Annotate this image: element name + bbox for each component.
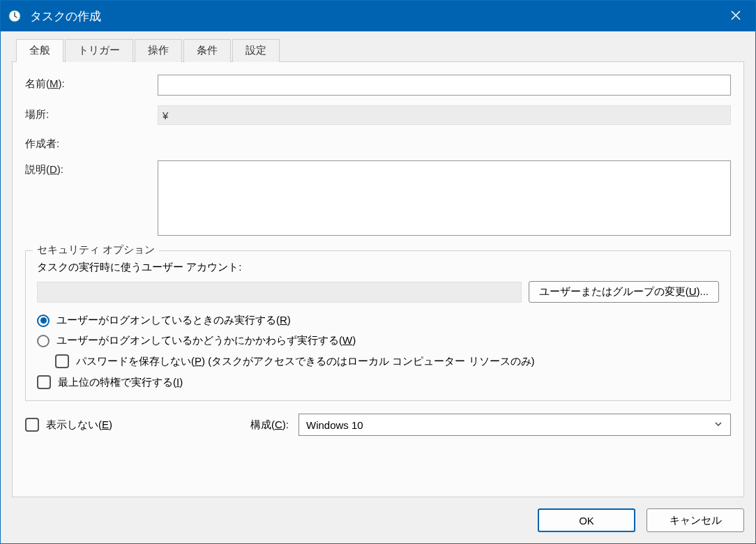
security-options-group: セキュリティ オプション タスクの実行時に使うユーザー アカウント: ユーザーま… xyxy=(25,250,731,401)
tab-condition[interactable]: 条件 xyxy=(183,39,231,62)
bottom-options-row: 表示しない(E) 構成(C): Windows 10 xyxy=(25,414,731,436)
account-description: タスクの実行時に使うユーザー アカウント: xyxy=(37,261,719,274)
radio-run-when-logged-on[interactable]: ユーザーがログオンしているときのみ実行する(R) xyxy=(37,314,719,327)
author-label: 作成者: xyxy=(25,135,158,151)
checkbox-label: 最上位の特権で実行する(I) xyxy=(58,376,183,389)
task-scheduler-icon xyxy=(8,9,22,23)
location-label: 場所: xyxy=(25,105,158,121)
select-value: Windows 10 xyxy=(306,419,363,431)
checkbox-label: 表示しない(E) xyxy=(46,418,112,432)
dialog-content: 全般 トリガー 操作 条件 設定 名前(M): 場所: ¥ xyxy=(1,31,755,543)
radio-run-whether-logged-on[interactable]: ユーザーがログオンしているかどうかにかかわらず実行する(W) xyxy=(37,334,719,347)
account-field xyxy=(37,282,522,303)
configure-for-select[interactable]: Windows 10 xyxy=(298,414,731,436)
titlebar: タスクの作成 xyxy=(1,1,755,31)
radio-label: ユーザーがログオンしているときのみ実行する(R) xyxy=(56,314,291,327)
tab-action[interactable]: 操作 xyxy=(135,39,182,62)
checkbox-icon xyxy=(37,375,51,389)
tab-strip: 全般 トリガー 操作 条件 設定 xyxy=(12,39,744,62)
checkbox-run-highest-privileges[interactable]: 最上位の特権で実行する(I) xyxy=(37,375,719,389)
location-value: ¥ xyxy=(158,105,731,125)
checkbox-do-not-store-password[interactable]: パスワードを保存しない(P) (タスクがアクセスできるのはローカル コンピュータ… xyxy=(55,354,719,368)
radio-label: ユーザーがログオンしているかどうかにかかわらず実行する(W) xyxy=(56,334,356,347)
change-user-button[interactable]: ユーザーまたはグループの変更(U)... xyxy=(529,281,719,303)
author-value xyxy=(158,135,731,137)
name-input[interactable] xyxy=(158,75,731,96)
radio-icon xyxy=(37,315,50,327)
description-label: 説明(D): xyxy=(25,160,158,176)
description-input[interactable] xyxy=(158,160,731,236)
close-icon xyxy=(730,10,741,23)
close-button[interactable] xyxy=(716,1,755,31)
checkbox-icon xyxy=(25,418,39,432)
checkbox-label: パスワードを保存しない(P) (タスクがアクセスできるのはローカル コンピュータ… xyxy=(76,355,535,368)
tab-general[interactable]: 全般 xyxy=(16,39,63,62)
window-title: タスクの作成 xyxy=(30,8,101,24)
dialog-button-row: OK キャンセル xyxy=(12,497,744,532)
cancel-button[interactable]: キャンセル xyxy=(647,508,744,532)
chevron-down-icon xyxy=(713,419,723,431)
radio-icon xyxy=(37,335,50,347)
tab-trigger[interactable]: トリガー xyxy=(65,39,133,62)
name-label: 名前(M): xyxy=(25,75,158,91)
tab-setting[interactable]: 設定 xyxy=(232,39,280,62)
checkbox-icon xyxy=(55,354,69,368)
tabpanel-general: 名前(M): 場所: ¥ 作成者: 説明(D): xyxy=(12,61,744,497)
security-legend: セキュリティ オプション xyxy=(33,243,159,257)
ok-button[interactable]: OK xyxy=(538,508,635,532)
configure-for-label: 構成(C): xyxy=(250,418,289,432)
create-task-dialog: タスクの作成 全般 トリガー 操作 条件 設定 名前(M): xyxy=(0,0,756,544)
checkbox-hidden[interactable]: 表示しない(E) xyxy=(25,418,112,432)
